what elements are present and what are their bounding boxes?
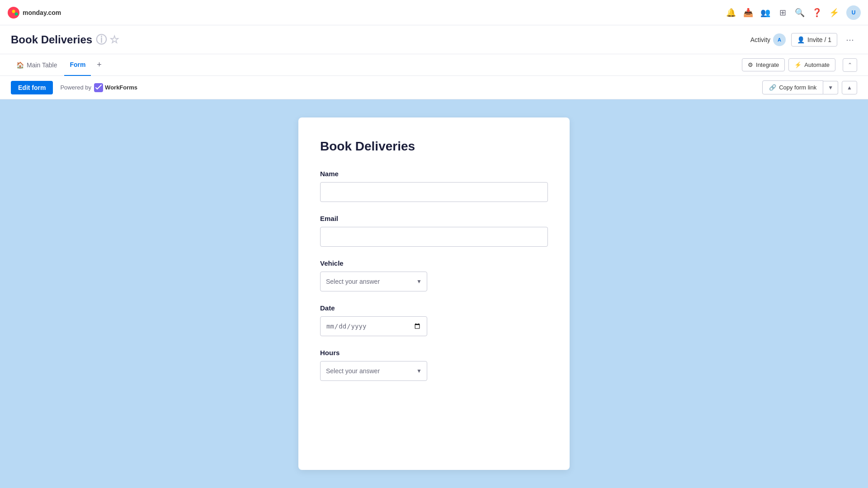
info-icon[interactable]: ⓘ — [96, 33, 107, 47]
field-date: Date — [320, 304, 548, 336]
integrate-label: Integrate — [756, 61, 779, 68]
tab-main-table[interactable]: 🏠 Main Table — [11, 54, 62, 76]
field-vehicle: Vehicle Select your answer ▼ — [320, 259, 548, 291]
app-name: monday.com — [23, 9, 61, 16]
field-name: Name — [320, 170, 548, 202]
activity-avatar: A — [773, 33, 786, 46]
topbar: monday.com 🔔 📥 👥 ⊞ 🔍 ❓ ⚡ U — [0, 0, 868, 25]
copy-link-button[interactable]: 🔗 Copy form link — [762, 80, 823, 94]
hours-select-wrapper: Select your answer ▼ — [320, 361, 427, 381]
invite-button[interactable]: 👤 Invite / 1 — [791, 33, 837, 47]
star-icon[interactable]: ☆ — [109, 33, 119, 46]
invite-label: Invite / 1 — [807, 36, 831, 43]
tab-main-table-label: Main Table — [27, 61, 57, 69]
powered-by-label: Powered by WorkForms — [60, 83, 137, 92]
name-input[interactable] — [320, 182, 548, 202]
edit-form-button[interactable]: Edit form — [11, 81, 53, 94]
content-area: Book Deliveries Name Email Vehicle Selec… — [0, 99, 868, 488]
bell-icon[interactable]: 🔔 — [726, 8, 736, 18]
board-title-icons: ⓘ ☆ — [96, 33, 119, 47]
integrate-button[interactable]: ⚙ Integrate — [742, 58, 785, 71]
automate-button[interactable]: ⚡ Automate — [788, 58, 835, 71]
tab-form[interactable]: Form — [64, 54, 91, 76]
automate-icon: ⚡ — [794, 61, 802, 68]
vehicle-select-wrapper: Select your answer ▼ — [320, 272, 427, 291]
brand-icon[interactable]: ⚡ — [829, 8, 839, 18]
svg-point-6 — [12, 10, 15, 13]
more-options-button[interactable]: ⋯ — [843, 33, 857, 47]
copy-link-label: Copy form link — [779, 84, 816, 91]
link-icon: 🔗 — [769, 84, 776, 91]
search-icon[interactable]: 🔍 — [795, 8, 805, 18]
boardbar: Book Deliveries ⓘ ☆ Activity A 👤 Invite … — [0, 25, 868, 54]
hours-select[interactable]: Select your answer — [320, 361, 427, 381]
collapse-button[interactable]: ⌃ — [843, 58, 857, 72]
avatar[interactable]: U — [846, 5, 861, 20]
field-name-label: Name — [320, 170, 548, 178]
svg-point-5 — [9, 13, 12, 15]
boardbar-right: Activity A 👤 Invite / 1 ⋯ — [750, 33, 857, 47]
email-input[interactable] — [320, 227, 548, 247]
home-icon: 🏠 — [16, 61, 24, 69]
integrate-icon: ⚙ — [748, 61, 753, 68]
field-hours-label: Hours — [320, 349, 548, 357]
logo[interactable]: monday.com — [7, 6, 61, 19]
field-hours: Hours Select your answer ▼ — [320, 349, 548, 381]
workforms-label: WorkForms — [105, 84, 137, 91]
people-icon[interactable]: 👥 — [760, 8, 770, 18]
copy-link-dropdown-button[interactable]: ▼ — [823, 81, 838, 94]
date-input[interactable] — [320, 316, 427, 336]
workforms-logo: WorkForms — [94, 83, 137, 92]
apps-icon[interactable]: ⊞ — [778, 8, 788, 18]
formbar-right: 🔗 Copy form link ▼ ▲ — [762, 80, 857, 94]
panel-collapse-button[interactable]: ▲ — [842, 81, 857, 94]
help-icon[interactable]: ❓ — [812, 8, 822, 18]
field-date-label: Date — [320, 304, 548, 312]
field-email-label: Email — [320, 215, 548, 222]
svg-point-7 — [15, 13, 18, 15]
field-email: Email — [320, 215, 548, 247]
edit-form-label: Edit form — [18, 84, 46, 91]
tab-form-label: Form — [70, 61, 85, 68]
person-icon: 👤 — [797, 36, 805, 43]
topbar-left: monday.com — [7, 6, 61, 19]
field-vehicle-label: Vehicle — [320, 259, 548, 267]
activity-button[interactable]: Activity A — [750, 33, 786, 46]
board-title: Book Deliveries — [11, 33, 92, 46]
board-title-area: Book Deliveries ⓘ ☆ — [11, 33, 119, 47]
automate-label: Automate — [804, 61, 830, 68]
add-tab-button[interactable]: + — [93, 59, 105, 71]
topbar-right: 🔔 📥 👥 ⊞ 🔍 ❓ ⚡ U — [726, 5, 861, 20]
tabbar-right: ⚙ Integrate ⚡ Automate ⌃ — [742, 58, 857, 72]
vehicle-select[interactable]: Select your answer — [320, 272, 427, 291]
powered-by-text: Powered by — [60, 84, 91, 91]
tabbar: 🏠 Main Table Form + ⚙ Integrate ⚡ Automa… — [0, 54, 868, 76]
inbox-icon[interactable]: 📥 — [743, 8, 753, 18]
activity-label: Activity — [750, 36, 770, 43]
form-title: Book Deliveries — [320, 139, 548, 154]
form-card: Book Deliveries Name Email Vehicle Selec… — [298, 117, 570, 470]
formbar: Edit form Powered by WorkForms 🔗 Copy fo… — [0, 76, 868, 99]
